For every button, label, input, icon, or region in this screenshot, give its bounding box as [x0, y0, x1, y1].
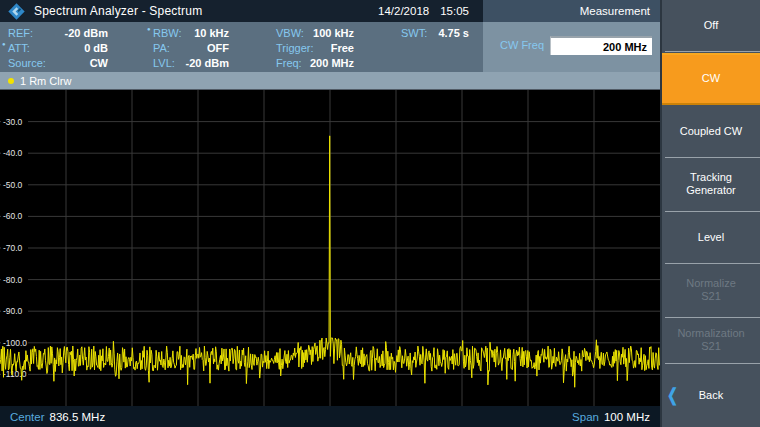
x-axis-bar: Center836.5 MHz Span100 MHz [0, 406, 660, 427]
setting-value: Free [331, 42, 354, 54]
y-axis-tick-label: -90.0 [3, 306, 23, 316]
setting-label: SWT: [401, 27, 435, 39]
datetime: 14/2/2018 15:05 [378, 5, 477, 17]
settings-column: VBW:100 kHzTrigger:FreeFreq:200 MHz [276, 25, 354, 71]
setting-label: REF: [8, 27, 41, 39]
y-axis-tick-label: -110.0 [3, 369, 27, 379]
y-axis-tick-label: -70.0 [3, 243, 23, 253]
cw-freq-input[interactable]: 200 MHz [550, 36, 652, 55]
setting-label: Trigger: [276, 42, 322, 54]
trace-info-bar[interactable]: 1 Rm Clrw [0, 72, 660, 89]
softkey-cw[interactable]: CW [662, 51, 760, 105]
softkey-tracking-generator[interactable]: TrackingGenerator [662, 157, 760, 211]
coupled-setting-dot-icon: ● [2, 41, 6, 47]
setting-label: Freq: [276, 57, 310, 69]
softkey-off[interactable]: Off [662, 0, 760, 51]
setting-row-att: ●ATT:0 dB [8, 40, 108, 55]
setting-label: ●ATT: [8, 42, 38, 54]
softkey-coupled-cw[interactable]: Coupled CW [662, 105, 760, 157]
y-axis-tick-label: -60.0 [3, 211, 23, 221]
setting-label: VBW: [276, 27, 312, 39]
center-label: Center [10, 411, 45, 423]
softkey-level[interactable]: Level [662, 211, 760, 263]
setting-value: 10 kHz [194, 27, 229, 39]
back-chevron-icon: ❮ [667, 386, 678, 404]
setting-label: LVL: [153, 57, 183, 69]
spectrum-chart: -30.0-40.0-50.0-60.0-70.0-80.0-90.0-100.… [0, 89, 660, 406]
settings-column: ●RBW:10 kHzPA:OFFLVL:-20 dBm [153, 25, 229, 71]
setting-value: CW [90, 57, 108, 69]
setting-row-vbw: VBW:100 kHz [276, 25, 354, 40]
softkey-label: CW [702, 72, 720, 85]
softkey-label: NormalizationS21 [677, 327, 744, 353]
setting-label: ●RBW: [153, 27, 190, 39]
cw-freq-label: CW Freq [500, 39, 544, 51]
center-frequency-readout[interactable]: Center836.5 MHz [10, 411, 105, 423]
spectrum-trace-plot: -30.0-40.0-50.0-60.0-70.0-80.0-90.0-100.… [0, 90, 660, 406]
settings-column: REF:-20 dBm●ATT:0 dBSource:CW [8, 25, 108, 71]
y-axis-tick-label: -50.0 [3, 180, 23, 190]
trace-label: 1 Rm Clrw [20, 75, 71, 87]
trace-color-dot [8, 78, 14, 84]
setting-value: -20 dBm [186, 57, 229, 69]
setting-row-freq: Freq:200 MHz [276, 56, 354, 71]
softkey-label: TrackingGenerator [686, 171, 736, 197]
softkey-label: Level [698, 231, 724, 244]
softkey-menu: OffCWCoupled CWTrackingGeneratorLevelNor… [660, 0, 760, 427]
span-value: 100 MHz [604, 411, 650, 423]
settings-readout-panel: REF:-20 dBm●ATT:0 dBSource:CW●RBW:10 kHz… [0, 22, 483, 72]
setting-value: 100 kHz [313, 27, 354, 39]
rohde-schwarz-logo-icon [8, 3, 25, 20]
setting-value: 4.75 s [438, 27, 469, 39]
setting-row-trigger: Trigger:Free [276, 40, 354, 55]
settings-column: SWT:4.75 s [401, 25, 469, 40]
titlebar: Spectrum Analyzer - Spectrum 14/2/2018 1… [0, 0, 483, 22]
spectrum-analyzer-screen: Spectrum Analyzer - Spectrum 14/2/2018 1… [0, 0, 760, 427]
setting-row-lvl: LVL:-20 dBm [153, 56, 229, 71]
softkey-normalization-s21: NormalizationS21 [662, 317, 760, 363]
span-label: Span [572, 411, 599, 423]
setting-row-source: Source:CW [8, 56, 108, 71]
setting-value: 0 dB [84, 42, 108, 54]
top-row: Spectrum Analyzer - Spectrum 14/2/2018 1… [0, 0, 660, 22]
setting-value: 200 MHz [310, 57, 354, 69]
span-readout[interactable]: Span100 MHz [572, 411, 650, 423]
date-label: 14/2/2018 [378, 5, 429, 17]
main-area: Spectrum Analyzer - Spectrum 14/2/2018 1… [0, 0, 660, 427]
y-axis-tick-label: -30.0 [3, 117, 23, 127]
time-label: 15:05 [440, 5, 469, 17]
softkey-label: Coupled CW [680, 125, 742, 138]
softkey-label: NormalizeS21 [686, 277, 736, 303]
y-axis-tick-label: -100.0 [3, 338, 27, 348]
setting-row-swt: SWT:4.75 s [401, 25, 469, 40]
setting-label: PA: [153, 42, 178, 54]
measurement-panel-header: Measurement [483, 0, 660, 22]
y-axis-tick-label: -40.0 [3, 148, 23, 158]
center-value: 836.5 MHz [50, 411, 106, 423]
softkey-back[interactable]: ❮Back [662, 363, 760, 427]
softkey-label: Back [699, 389, 723, 402]
setting-row-ref: REF:-20 dBm [8, 25, 108, 40]
setting-value: -20 dBm [65, 27, 108, 39]
softkey-normalize-s21: NormalizeS21 [662, 263, 760, 317]
setting-value: OFF [207, 42, 229, 54]
setting-row-pa: PA:OFF [153, 40, 229, 55]
window-title: Spectrum Analyzer - Spectrum [34, 4, 202, 18]
softkey-label: Off [704, 19, 718, 32]
measurement-panel-body: CW Freq 200 MHz [483, 22, 660, 72]
setting-row-rbw: ●RBW:10 kHz [153, 25, 229, 40]
second-row: REF:-20 dBm●ATT:0 dBSource:CW●RBW:10 kHz… [0, 22, 660, 72]
y-axis-tick-label: -80.0 [3, 275, 23, 285]
coupled-setting-dot-icon: ● [147, 26, 151, 32]
setting-label: Source: [8, 57, 54, 69]
